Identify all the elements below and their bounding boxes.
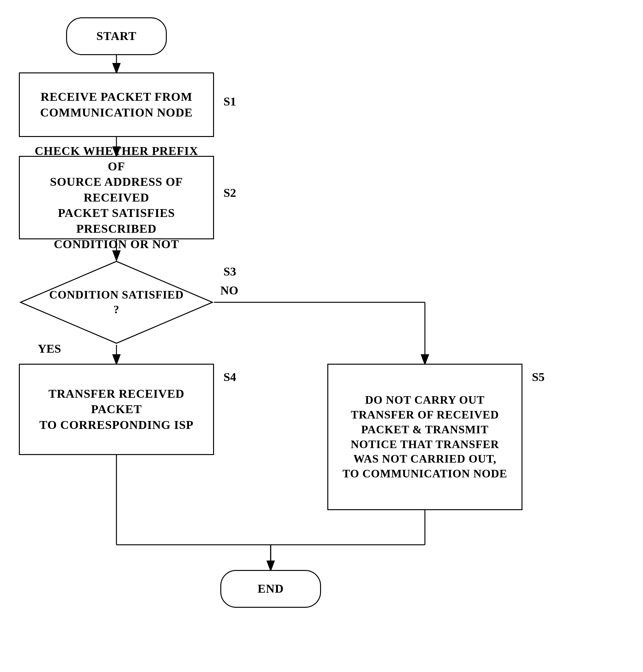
s4-label: S4 [223, 370, 236, 384]
start-label: START [96, 28, 137, 44]
s5-box: DO NOT CARRY OUT TRANSFER OF RECEIVED PA… [327, 364, 522, 510]
s2-label: S2 [223, 186, 236, 200]
s1-label: S1 [223, 95, 236, 108]
s4-box: TRANSFER RECEIVED PACKET TO CORRESPONDIN… [19, 364, 214, 455]
s2-text: CHECK WHETHER PREFIX OF SOURCE ADDRESS O… [25, 143, 208, 252]
no-label: NO [220, 284, 238, 297]
s5-text: DO NOT CARRY OUT TRANSFER OF RECEIVED PA… [342, 393, 507, 481]
s1-box: RECEIVE PACKET FROM COMMUNICATION NODE [19, 72, 214, 137]
end-label: END [257, 581, 283, 597]
flowchart: START RECEIVE PACKET FROM COMMUNICATION … [0, 0, 643, 672]
s3-label: S3 [223, 265, 236, 278]
yes-label: YES [38, 342, 61, 356]
s5-label: S5 [532, 370, 545, 384]
end-node: END [220, 570, 321, 608]
s1-text: RECEIVE PACKET FROM COMMUNICATION NODE [40, 89, 193, 120]
s3-text: CONDITION SATISFIED ? [49, 288, 183, 317]
s2-box: CHECK WHETHER PREFIX OF SOURCE ADDRESS O… [19, 156, 214, 239]
s4-text: TRANSFER RECEIVED PACKET TO CORRESPONDIN… [25, 386, 208, 433]
s3-diamond: CONDITION SATISFIED ? [19, 260, 214, 345]
start-node: START [66, 17, 167, 55]
